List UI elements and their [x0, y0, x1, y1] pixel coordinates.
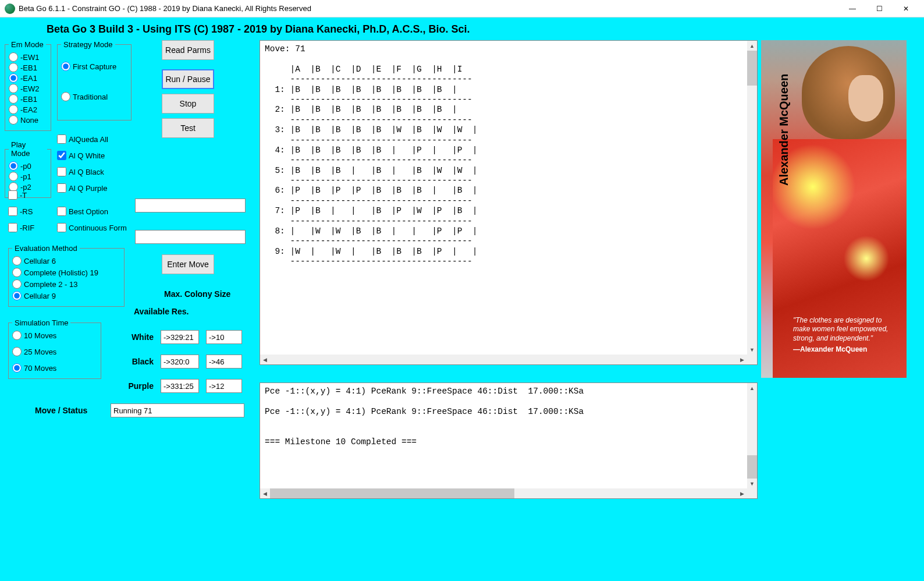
log-panel: Pce -1::(x,y) = 4:1) PceRank 9::FreeSpac… — [260, 382, 758, 499]
sim-time-10-moves[interactable]: 10 Moves — [12, 331, 97, 340]
scroll-down-icon[interactable]: ▼ — [747, 479, 757, 488]
rif-check[interactable]: -RIF — [8, 223, 55, 232]
scroll-left-icon[interactable]: ◀ — [260, 488, 270, 498]
continuous-form-check[interactable]: Continuous Form — [57, 223, 138, 232]
sim-time-group: Simulation Time 10 Moves25 Moves70 Moves — [8, 318, 101, 379]
play-mode--p0[interactable]: -p0 — [9, 161, 47, 171]
minimize-button[interactable]: — — [839, 0, 866, 17]
board-scrollbar-h[interactable]: ◀ ▶ — [260, 355, 747, 364]
move-status-label: Move / Status — [35, 406, 87, 415]
board-text: Move: 71 |A |B |C |D |E |F |G |H |I ----… — [260, 41, 757, 271]
image-quote: "The clothes are designed to make women … — [793, 316, 901, 355]
eval-method-complete-holistic-19[interactable]: Complete (Holistic) 19 — [12, 268, 120, 277]
black-res-a[interactable] — [161, 355, 199, 369]
board-scrollbar-v[interactable]: ▲ ▼ — [747, 41, 757, 355]
purple-res-b[interactable] — [206, 379, 242, 393]
em-mode-legend: Em Mode — [9, 40, 46, 49]
rs-check[interactable]: -RS — [8, 207, 55, 216]
eval-method-cellular-9[interactable]: Cellular 9 — [12, 291, 120, 300]
black-res-b[interactable] — [206, 355, 242, 369]
strategy-mode-group: Strategy Mode First CaptureTraditional — [57, 40, 132, 121]
log-scroll-thumb-h[interactable] — [270, 488, 514, 498]
text-input-2[interactable] — [135, 230, 246, 244]
t-check[interactable]: -T — [8, 190, 55, 200]
strategy-traditional[interactable]: Traditional — [61, 92, 127, 101]
eval-method-cellular-6[interactable]: Cellular 6 — [12, 256, 120, 265]
eval-method-complete-2-13[interactable]: Complete 2 - 13 — [12, 279, 120, 289]
read-parms-button[interactable]: Read Parms — [162, 40, 214, 60]
em-mode--ew2[interactable]: -EW2 — [9, 84, 47, 93]
text-input-1[interactable] — [135, 199, 246, 212]
log-scrollbar-h[interactable]: ◀ ▶ — [260, 488, 747, 498]
strategy-mode-legend: Strategy Mode — [61, 40, 115, 49]
alq-black-check[interactable]: Al Q Black — [57, 167, 138, 176]
sim-time-70-moves[interactable]: 70 Moves — [12, 363, 97, 373]
scroll-corner — [747, 355, 757, 364]
alq-white-check[interactable]: Al Q White — [57, 151, 138, 160]
scroll-right-icon[interactable]: ▶ — [737, 488, 747, 498]
test-button[interactable]: Test — [162, 118, 214, 138]
em-mode--eb1[interactable]: -EB1 — [9, 63, 47, 72]
scroll-left-icon[interactable]: ◀ — [260, 355, 270, 364]
max-colony-label: Max. Colony Size — [164, 289, 230, 299]
window-titlebar: Beta Go 6.1.1 - Constraint GO - (C) 1988… — [0, 0, 924, 17]
scroll-up-icon[interactable]: ▲ — [747, 41, 757, 51]
purple-res-a[interactable] — [161, 379, 199, 393]
em-mode--ea1[interactable]: -EA1 — [9, 73, 47, 83]
black-label: Black — [121, 357, 154, 366]
image-face — [848, 75, 883, 122]
scroll-down-icon[interactable]: ▼ — [747, 345, 757, 355]
best-option-check[interactable]: Best Option — [57, 207, 138, 216]
image-quote-text: "The clothes are designed to make women … — [793, 316, 901, 343]
eval-method-legend: Evaluation Method — [12, 244, 80, 253]
alqueda-all-check[interactable]: AlQueda All — [57, 134, 138, 144]
white-res-b[interactable] — [206, 330, 242, 344]
white-label: White — [121, 332, 154, 342]
log-scroll-thumb[interactable] — [747, 455, 757, 479]
run-pause-button[interactable]: Run / Pause — [162, 69, 214, 89]
enter-move-button[interactable]: Enter Move — [162, 254, 214, 274]
scroll-corner — [747, 488, 757, 498]
em-mode--ew1[interactable]: -EW1 — [9, 52, 47, 62]
alq-purple-check[interactable]: Al Q Purple — [57, 183, 138, 193]
sim-time-25-moves[interactable]: 25 Moves — [12, 347, 97, 356]
log-scrollbar-v[interactable]: ▲ ▼ — [747, 383, 757, 488]
play-mode-legend: Play Mode — [9, 140, 47, 158]
app-icon — [5, 3, 15, 14]
scroll-right-icon[interactable]: ▶ — [737, 355, 747, 364]
purple-label: Purple — [121, 381, 154, 391]
play-mode--p1[interactable]: -p1 — [9, 172, 47, 181]
image-quote-attr: —Alexander McQueen — [793, 345, 901, 355]
log-text: Pce -1::(x,y) = 4:1) PceRank 9::FreeSpac… — [260, 383, 757, 451]
em-mode--eb1[interactable]: -EB1 — [9, 94, 47, 104]
image-brand-text: Alexander McQueen — [777, 74, 791, 186]
window-title: Beta Go 6.1.1 - Constraint GO - (C) 1988… — [19, 4, 839, 13]
status-field[interactable] — [111, 403, 244, 417]
strategy-first-capture[interactable]: First Capture — [61, 62, 127, 71]
stop-button[interactable]: Stop — [162, 94, 214, 114]
available-res-label: Available Res. — [134, 307, 189, 316]
app-header: Beta Go 3 Build 3 - Using ITS (C) 1987 -… — [0, 17, 924, 40]
em-mode-group: Em Mode -EW1-EB1-EA1-EW2-EB1-EA2None — [5, 40, 51, 131]
em-mode--ea2[interactable]: -EA2 — [9, 105, 47, 114]
white-res-a[interactable] — [161, 330, 199, 344]
close-button[interactable]: ✕ — [893, 0, 919, 17]
board-scroll-thumb[interactable] — [747, 51, 757, 86]
sim-time-legend: Simulation Time — [12, 318, 70, 327]
maximize-button[interactable]: ☐ — [866, 0, 893, 17]
board-panel: Move: 71 |A |B |C |D |E |F |G |H |I ----… — [260, 40, 758, 365]
brand-image: Alexander McQueen "The clothes are desig… — [761, 40, 907, 378]
eval-method-group: Evaluation Method Cellular 6Complete (Ho… — [8, 244, 125, 307]
em-mode-none[interactable]: None — [9, 115, 47, 125]
scroll-up-icon[interactable]: ▲ — [747, 383, 757, 393]
